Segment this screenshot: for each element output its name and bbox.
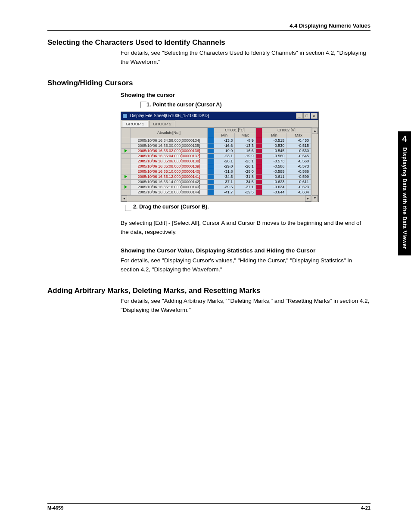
scroll-left-icon[interactable]: ◂ [121, 196, 127, 202]
table-row[interactable]: 2005/10/06 16:34:58.000[00000134]-13.3-8… [121, 138, 311, 143]
chapter-side-tab: 4 Displaying Data with the Data Viewer [398, 131, 411, 255]
table-row[interactable]: 2005/10/06 16:35:10.000[00000140]-31.8-2… [121, 169, 311, 174]
app-icon [123, 114, 127, 118]
col-ch001-max: Max [235, 133, 255, 138]
body-selecting-characters: For details, see "Selecting the Characte… [121, 49, 371, 67]
col-ch002-max: Max [286, 133, 311, 138]
cell-timestamp: 2005/10/06 16:34:58.000[00000134] [131, 138, 208, 143]
cell-value: -0.611 [286, 179, 311, 184]
col-ch002-min: Min [262, 133, 286, 138]
data-grid[interactable]: Absolute[No.] CH001 [°C] CH002 [V] Min M… [121, 128, 311, 195]
cell-value: -41.7 [214, 190, 235, 195]
table-row[interactable]: 2005/10/06 16:35:16.000[00000143]-39.5-3… [121, 184, 311, 190]
body-select-all-note: By selecting [Edit] - [Select All], Curs… [121, 219, 371, 237]
marker-icon [125, 149, 127, 152]
marker-icon [125, 185, 127, 189]
cell-value: -26.1 [214, 159, 235, 164]
marker-icon [125, 175, 127, 178]
cell-value: -0.573 [262, 159, 286, 164]
cell-value: -0.599 [262, 169, 286, 174]
cell-value: -0.545 [286, 153, 311, 159]
cell-timestamp: 2005/10/06 16:35:10.000[00000140] [131, 169, 208, 174]
cell-value: -37.1 [214, 179, 235, 184]
cell-value: -0.560 [262, 153, 286, 159]
body-arbitrary-marks: For details, see "Adding Arbitrary Marks… [121, 297, 371, 315]
cell-value: -0.611 [262, 174, 286, 179]
body-cursor-value: For details, see "Displaying Cursor's va… [121, 256, 371, 274]
cell-value: -0.623 [262, 179, 286, 184]
cell-value: -31.8 [214, 169, 235, 174]
col-ch002: CH002 [V] [262, 128, 311, 133]
scroll-down-icon[interactable]: ▾ [312, 195, 318, 201]
cell-timestamp: 2005/10/06 16:35:02.000[00000136] [131, 148, 208, 153]
cell-value: -0.634 [262, 184, 286, 190]
scroll-right-icon[interactable]: ▸ [305, 196, 311, 202]
cell-value: -0.530 [286, 148, 311, 153]
cell-value: -0.586 [262, 164, 286, 169]
footer-doc-id: M-4659 [47, 505, 63, 510]
vertical-scrollbar[interactable]: ▴ ▾ [311, 128, 318, 202]
cell-value: -13.3 [214, 138, 235, 143]
table-row[interactable]: 2005/10/06 16:35:08.000[00000139]-29.0-2… [121, 164, 311, 169]
heading-arbitrary-marks: Adding Arbitrary Marks, Deleting Marks, … [47, 286, 371, 295]
maximize-button[interactable]: □ [303, 113, 310, 119]
cell-value: -31.8 [235, 174, 255, 179]
minimize-button[interactable]: _ [296, 113, 303, 119]
subheading-cursor-value: Showing the Cursor Value, Displaying Sta… [121, 246, 371, 255]
tab-group-1[interactable]: GROUP 1 [122, 121, 148, 127]
table-row[interactable]: 2005/10/06 16:35:04.000[00000137]-23.1-1… [121, 153, 311, 159]
subheading-showing-cursor: Showing the cursor [121, 91, 371, 100]
page-footer: M-4659 4-21 [47, 503, 371, 510]
callout-cursor-b: 2. Drag the cursor (Cursor B). [125, 203, 371, 211]
table-row[interactable]: 2005/10/06 16:35:18.000[00000144]-41.7-3… [121, 190, 311, 195]
window-title: Display File-Sheet[051006_151000.DAD] [130, 113, 209, 118]
cell-value: -16.6 [235, 148, 255, 153]
cell-value: -0.573 [286, 164, 311, 169]
close-button[interactable]: × [311, 113, 318, 119]
scroll-up-icon[interactable]: ▴ [312, 128, 318, 134]
cell-value: -8.9 [235, 138, 255, 143]
cell-value: -37.1 [235, 184, 255, 190]
chapter-title: Displaying Data with the Data Viewer [402, 147, 408, 249]
cell-value: -0.515 [286, 143, 311, 148]
cell-value: -29.0 [214, 164, 235, 169]
horizontal-scrollbar[interactable]: ◂ ▸ [121, 195, 311, 202]
table-row[interactable]: 2005/10/06 16:35:06.000[00000138]-26.1-2… [121, 159, 311, 164]
col-ch001-min: Min [214, 133, 235, 138]
page-header: 4.4 Displaying Numeric Values [47, 22, 371, 31]
header-section-title: 4.4 Displaying Numeric Values [47, 22, 371, 29]
col-ch001: CH001 [°C] [214, 128, 256, 133]
cell-value: -34.5 [235, 179, 255, 184]
cell-value: -19.9 [214, 148, 235, 153]
cell-value: -39.5 [235, 190, 255, 195]
cell-value: -39.5 [214, 184, 235, 190]
cell-timestamp: 2005/10/06 16:35:08.000[00000139] [131, 164, 208, 169]
cell-value: -0.530 [262, 143, 286, 148]
heading-selecting-characters: Selecting the Characters Used to Identif… [47, 38, 371, 47]
cell-value: -34.5 [214, 174, 235, 179]
cell-value: -23.1 [214, 153, 235, 159]
cell-value: -0.545 [262, 148, 286, 153]
cell-value: -0.599 [286, 174, 311, 179]
table-row[interactable]: 2005/10/06 16:35:14.000[00000142]-37.1-3… [121, 179, 311, 184]
window-titlebar[interactable]: Display File-Sheet[051006_151000.DAD] _□… [121, 112, 318, 120]
cell-timestamp: 2005/10/06 16:35:06.000[00000138] [131, 159, 208, 164]
table-row[interactable]: 2005/10/06 16:35:02.000[00000136]-19.9-1… [121, 148, 311, 153]
cell-timestamp: 2005/10/06 16:35:04.000[00000137] [131, 153, 208, 159]
cell-value: -0.515 [262, 138, 286, 143]
cell-value: -29.0 [235, 169, 255, 174]
cell-timestamp: 2005/10/06 16:35:12.000[00000141] [131, 174, 208, 179]
cell-value: -0.586 [286, 169, 311, 174]
cell-value: -26.1 [235, 164, 255, 169]
callout-cursor-a: 1. Point the cursor (Cursor A) [138, 101, 371, 109]
group-tabbar: GROUP 1 GROUP 2 [121, 120, 318, 128]
chapter-number: 4 [398, 134, 411, 144]
table-row[interactable]: 2005/10/06 16:35:00.000[00000135]-16.6-1… [121, 143, 311, 148]
cell-value: -0.644 [262, 190, 286, 195]
table-row[interactable]: 2005/10/06 16:35:12.000[00000141]-34.5-3… [121, 174, 311, 179]
cell-value: -23.1 [235, 159, 255, 164]
tab-group-2[interactable]: GROUP 2 [149, 121, 175, 127]
heading-showing-hiding-cursors: Showing/Hiding Cursors [47, 79, 371, 87]
col-absolute: Absolute[No.] [131, 128, 208, 138]
screenshot-display-file-sheet: Display File-Sheet[051006_151000.DAD] _□… [121, 112, 319, 202]
